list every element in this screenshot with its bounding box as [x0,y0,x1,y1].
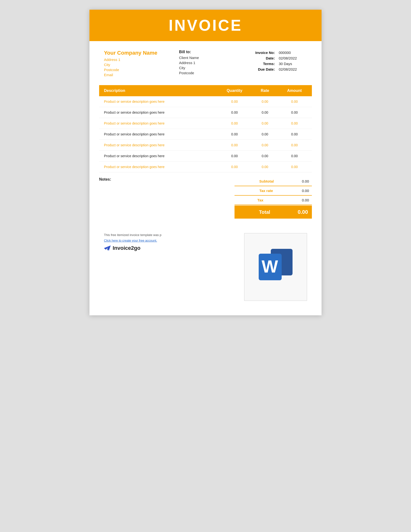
table-row: Product or service description goes here… [99,107,312,118]
invoice-details: Invoice No: 000000 Date: 02/08/2022 Term… [244,50,307,78]
tax-table: Tax 0.00 [234,196,312,204]
invoice-no-value: 000000 [277,50,307,55]
header-quantity: Quantity [216,85,253,96]
table-header-row: Description Quantity Rate Amount [99,85,312,96]
items-table: Description Quantity Rate Amount Product… [99,85,312,172]
row-quantity: 0.00 [216,96,253,107]
total-final-table: Total 0.00 [234,206,312,218]
company-name: Your Company Name [104,50,157,56]
row-amount: 0.00 [277,140,312,151]
word-icon: W [256,247,295,287]
info-section: Your Company Name Address 1 City Postcod… [89,41,322,85]
footer-section: This free itemized invoice template was … [89,228,322,315]
row-rate: 0.00 [253,162,277,172]
tax-rate-table: Tax rate 0.00 [234,187,312,195]
row-rate: 0.00 [253,129,277,140]
row-amount: 0.00 [277,118,312,129]
totals-area: Subtotal 0.00 Tax rate 0.00 Ta [234,177,312,218]
table-row: Product or service description goes here… [99,118,312,129]
bill-to-label: Bill to: [179,50,223,54]
row-quantity: 0.00 [216,151,253,162]
footer-text: This free itemized invoice template was … [104,233,234,237]
row-amount: 0.00 [277,162,312,172]
due-date-label: Due Date: [244,66,277,72]
notes-area: Notes: [99,177,230,218]
tax-rate-label: Tax rate [234,187,276,195]
company-postcode: Postcode [104,68,157,72]
company-info: Your Company Name Address 1 City Postcod… [104,50,157,78]
date-label: Date: [244,55,277,61]
row-quantity: 0.00 [216,107,253,118]
client-postcode: Postcode [179,71,223,75]
client-city: City [179,66,223,70]
tax-rate-value: 0.00 [276,187,312,195]
items-section: Description Quantity Rate Amount Product… [89,85,322,172]
invoice-no-label: Invoice No: [244,50,277,55]
row-rate: 0.00 [253,96,277,107]
table-row: Product or service description goes here… [99,140,312,151]
row-quantity: 0.00 [216,118,253,129]
row-quantity: 0.00 [216,140,253,151]
total-final-row: Total 0.00 [234,206,312,218]
row-quantity: 0.00 [216,162,253,172]
table-row: Product or service description goes here… [99,162,312,172]
row-description: Product or service description goes here [99,140,216,151]
footer-link[interactable]: Click here to create your free account. [104,239,157,242]
terms-value: 30 Days [277,61,307,66]
row-rate: 0.00 [253,118,277,129]
divider-1 [234,186,312,186]
totals-table: Subtotal 0.00 [234,177,312,185]
total-value: 0.00 [274,206,312,218]
invoice2go-icon [104,246,111,251]
row-quantity: 0.00 [216,129,253,140]
row-description: Product or service description goes here [99,107,216,118]
word-thumbnail: W [244,233,307,301]
table-row: Product or service description goes here… [99,129,312,140]
client-name: Client Name [179,56,223,60]
notes-label: Notes: [99,177,230,182]
header-banner: INVOICE [89,10,322,41]
subtotal-row: Subtotal 0.00 [234,177,312,185]
row-description: Product or service description goes here [99,162,216,172]
client-address1: Address 1 [179,61,223,65]
invoice2go-brand: Invoice2go [104,245,234,251]
brand-name: Invoice2go [113,245,140,251]
tax-value: 0.00 [266,196,312,204]
subtotal-value: 0.00 [277,177,312,185]
header-rate: Rate [253,85,277,96]
svg-text:W: W [262,257,278,276]
invoice-title: INVOICE [99,17,312,34]
tax-row: Tax 0.00 [234,196,312,204]
terms-label: Terms: [244,61,277,66]
table-row: Product or service description goes here… [99,96,312,107]
bill-to-section: Bill to: Client Name Address 1 City Post… [179,50,223,78]
divider-3 [234,205,312,205]
row-description: Product or service description goes here [99,129,216,140]
bottom-section: Notes: Subtotal 0.00 Tax rate 0.00 [89,172,322,228]
subtotal-label: Subtotal [234,177,277,185]
footer-left: This free itemized invoice template was … [104,233,234,251]
company-email: Email [104,73,157,77]
invoice-page: INVOICE Your Company Name Address 1 City… [89,10,322,315]
header-description: Description [99,85,216,96]
row-rate: 0.00 [253,107,277,118]
row-amount: 0.00 [277,107,312,118]
row-amount: 0.00 [277,151,312,162]
row-rate: 0.00 [253,151,277,162]
word-icon-container: W [256,247,295,287]
header-amount: Amount [277,85,312,96]
date-value: 02/08/2022 [277,55,307,61]
company-city: City [104,63,157,67]
row-description: Product or service description goes here [99,151,216,162]
row-rate: 0.00 [253,140,277,151]
table-row: Product or service description goes here… [99,151,312,162]
row-amount: 0.00 [277,129,312,140]
tax-rate-row: Tax rate 0.00 [234,187,312,195]
company-address1: Address 1 [104,57,157,62]
tax-label: Tax [234,196,266,204]
divider-2 [234,195,312,196]
row-description: Product or service description goes here [99,118,216,129]
total-label: Total [234,206,274,218]
due-date-value: 02/08/2022 [277,66,307,72]
row-amount: 0.00 [277,96,312,107]
